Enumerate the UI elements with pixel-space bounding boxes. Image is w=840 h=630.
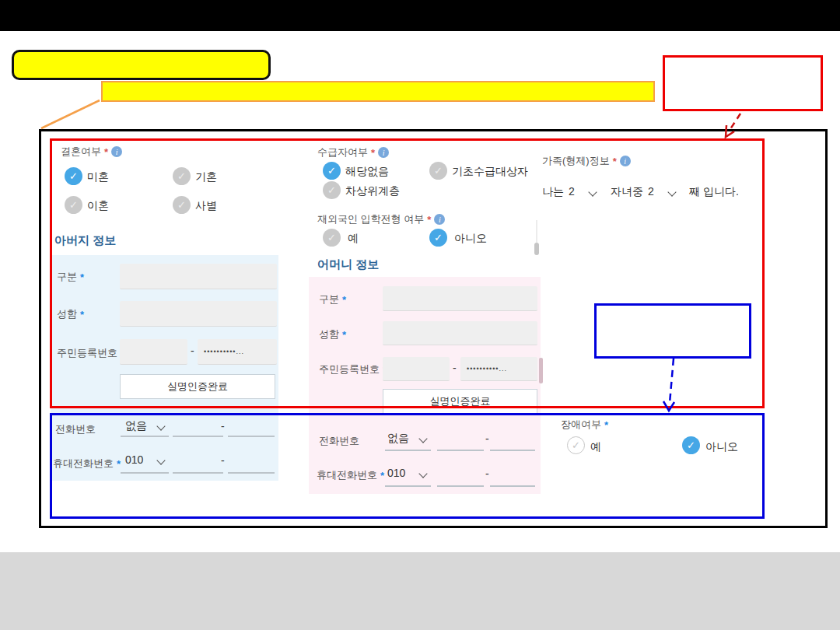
- father-rrn-back-input[interactable]: ••••••••••...: [198, 339, 277, 365]
- mother-section-scrollbar-thumb[interactable]: [539, 358, 543, 383]
- label-text: 주민등록번호: [319, 362, 380, 376]
- scrollbar-thumb[interactable]: [534, 243, 539, 255]
- check-icon: ✓: [69, 199, 78, 211]
- check-icon: ✓: [177, 199, 186, 211]
- required-mark: *: [427, 214, 431, 226]
- required-mark: *: [80, 271, 84, 283]
- father-phone-label: 전화번호: [55, 422, 96, 436]
- mother-phone-seg2-input[interactable]: [437, 450, 484, 451]
- radio-recipient-basic-label: 기초수급대상자: [452, 165, 528, 179]
- info-icon[interactable]: i: [111, 146, 122, 157]
- orange-callout-line: [41, 100, 100, 128]
- check-icon: ✓: [327, 184, 336, 196]
- father-mobile-seg3-input[interactable]: [228, 472, 275, 474]
- father-gubun-input[interactable]: [120, 264, 277, 289]
- rrn-dash: -: [191, 345, 194, 357]
- subtitle-highlight-strip: [101, 81, 655, 102]
- red-annotation-box: [663, 55, 823, 111]
- child-order-select-value[interactable]: 2: [648, 185, 654, 198]
- radio-overseas-yes[interactable]: ✓: [323, 229, 341, 247]
- mother-phone-seg3-input[interactable]: [490, 450, 535, 451]
- mother-section-heading: 어머니 정보: [317, 257, 379, 272]
- radio-overseas-no[interactable]: ✓: [429, 229, 447, 247]
- label-text: 수급자여부: [317, 145, 368, 159]
- rrn-dash: -: [453, 362, 457, 374]
- radio-disability-yes[interactable]: ✓: [567, 436, 585, 454]
- radio-marriage-divorced[interactable]: ✓: [65, 196, 82, 214]
- footer-gray-band: [0, 552, 840, 630]
- mother-mobile-seg2-input[interactable]: [437, 485, 484, 487]
- check-icon: ✓: [177, 170, 186, 182]
- mother-mobile-seg1-input[interactable]: [385, 485, 431, 487]
- check-icon: ✓: [434, 232, 443, 243]
- father-phone-seg1-input[interactable]: [121, 436, 169, 437]
- mother-mobile-seg3-input[interactable]: [490, 485, 535, 487]
- phone-dash: -: [221, 420, 225, 432]
- label-text: 주민등록번호: [57, 346, 117, 360]
- mother-phone-seg1-input[interactable]: [385, 450, 431, 451]
- mother-gubun-input[interactable]: [383, 286, 537, 311]
- mother-phone-prefix-select[interactable]: 없음: [387, 432, 409, 446]
- phone-dash: -: [221, 454, 225, 467]
- radio-marriage-married[interactable]: ✓: [173, 167, 191, 185]
- family-sentence-part1: 나는: [542, 185, 564, 199]
- father-phone-seg2-input[interactable]: [173, 436, 223, 437]
- mother-name-label: 성함 *: [319, 327, 346, 341]
- label-text: 전화번호: [319, 434, 359, 448]
- radio-disability-no[interactable]: ✓: [682, 436, 700, 454]
- father-mobile-seg2-input[interactable]: [173, 472, 223, 474]
- mother-verify-button[interactable]: 실명인증완료: [383, 389, 537, 414]
- required-mark: *: [80, 309, 84, 320]
- radio-disability-no-label: 아니오: [705, 440, 738, 454]
- father-name-input[interactable]: [120, 301, 277, 327]
- required-mark: *: [104, 146, 108, 158]
- label-text: 성함: [57, 307, 77, 321]
- required-mark: *: [380, 470, 384, 481]
- father-mobile-label: 휴대전화번호 *: [53, 457, 121, 471]
- father-phone-seg3-input[interactable]: [228, 436, 275, 437]
- father-name-label: 성함 *: [57, 307, 84, 321]
- mother-phone-label: 전화번호: [319, 434, 359, 448]
- father-rrn-front-input[interactable]: [120, 339, 187, 365]
- radio-marriage-widowed-label: 사별: [195, 199, 217, 213]
- scrollbar-track: [536, 220, 537, 243]
- required-mark: *: [371, 147, 375, 159]
- children-total-select-value[interactable]: 2: [569, 185, 575, 198]
- family-info-label: 가족(형제)정보 * i: [542, 154, 631, 168]
- label-text: 구분: [57, 270, 77, 284]
- label-text: 휴대전화번호: [53, 457, 114, 471]
- father-rrn-label: 주민등록번호 *: [57, 346, 124, 360]
- title-highlight-box: [12, 50, 271, 80]
- phone-dash: -: [485, 432, 489, 445]
- radio-marriage-married-label: 기혼: [195, 170, 217, 184]
- label-text: 재외국인 입학전형 여부: [317, 212, 424, 226]
- radio-disability-yes-label: 예: [590, 440, 601, 454]
- mother-rrn-back-input[interactable]: ••••••••••...: [460, 357, 537, 381]
- mother-rrn-front-input[interactable]: [383, 357, 450, 381]
- info-icon[interactable]: i: [434, 214, 445, 225]
- label-text: 성함: [319, 327, 339, 341]
- radio-recipient-basic[interactable]: ✓: [429, 162, 447, 180]
- radio-recipient-second-tier-label: 차상위계층: [345, 184, 400, 198]
- check-icon: ✓: [69, 170, 78, 182]
- info-icon[interactable]: i: [378, 147, 389, 158]
- info-icon[interactable]: i: [620, 156, 631, 166]
- required-mark: *: [117, 458, 121, 470]
- father-mobile-seg1-input[interactable]: [121, 472, 169, 474]
- label-text: 구분: [319, 292, 339, 306]
- father-verify-button[interactable]: 실명인증완료: [120, 374, 275, 399]
- required-mark: *: [342, 294, 346, 306]
- radio-recipient-second-tier[interactable]: ✓: [323, 181, 341, 199]
- father-phone-prefix-select[interactable]: 없음: [125, 419, 147, 433]
- check-icon: ✓: [327, 165, 336, 177]
- mother-name-input[interactable]: [383, 321, 537, 345]
- mother-mobile-prefix-select[interactable]: 010: [387, 467, 405, 479]
- label-text: 휴대전화번호: [317, 468, 377, 482]
- required-mark: *: [613, 156, 617, 167]
- radio-marriage-single[interactable]: ✓: [65, 167, 82, 185]
- radio-marriage-widowed[interactable]: ✓: [173, 196, 191, 214]
- required-mark: *: [342, 329, 346, 341]
- radio-marriage-divorced-label: 이혼: [87, 199, 109, 213]
- radio-recipient-none[interactable]: ✓: [323, 162, 341, 180]
- father-mobile-prefix-select[interactable]: 010: [125, 453, 143, 466]
